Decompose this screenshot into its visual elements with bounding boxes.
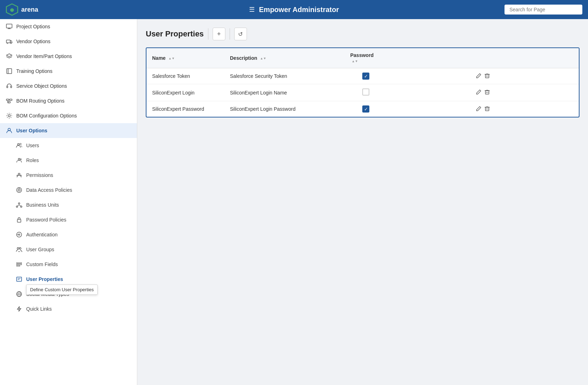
svg-line-35 (17, 205, 19, 206)
svg-marker-53 (17, 306, 21, 311)
cell-name: SiliconExpert Password (146, 101, 224, 117)
users-icon (16, 142, 23, 149)
delete-icon[interactable] (484, 73, 490, 80)
sidebar-item-user-groups[interactable]: User Groups (0, 242, 137, 257)
sidebar-item-business-units[interactable]: Business Units (0, 197, 137, 212)
custom-fields-icon (16, 261, 23, 268)
sidebar-label-roles: Roles (26, 157, 39, 163)
lock-icon (16, 216, 23, 223)
svg-point-7 (7, 43, 8, 44)
page-search-input[interactable] (505, 5, 582, 15)
sidebar-label-quick-links: Quick Links (26, 306, 52, 312)
truck-icon (6, 38, 13, 45)
sidebar-item-service-object[interactable]: Service Object Options (0, 79, 137, 93)
sidebar-label-password-policies: Password Policies (26, 217, 67, 223)
sidebar-item-password-policies[interactable]: Password Policies (0, 212, 137, 227)
sidebar-item-users[interactable]: Users (0, 138, 137, 153)
sidebar-label-authentication: Authentication (26, 232, 58, 237)
svg-line-36 (19, 205, 21, 206)
user-properties-table-container: Name ▲▼ Description ▲▼ Password ▲▼ (146, 47, 580, 117)
page-title: User Properties (146, 29, 204, 39)
edit-icon[interactable] (476, 89, 482, 96)
sidebar-label-bom-routing: BOM Routing Options (16, 98, 64, 104)
main-content: User Properties + ↺ Name ▲▼ (137, 19, 588, 385)
svg-point-8 (11, 43, 12, 44)
delete-icon[interactable] (484, 106, 490, 113)
add-icon: + (217, 30, 221, 38)
header-divider (208, 28, 208, 40)
sidebar-label-project-options: Project Options (16, 24, 50, 29)
sidebar: Project Options Vendor Options Vendor It… (0, 19, 137, 385)
bom-config-icon (6, 112, 13, 119)
sidebar-label-permissions: Permissions (26, 172, 53, 178)
checkbox-checked-icon[interactable]: ✓ (362, 105, 369, 113)
svg-rect-13 (11, 86, 12, 88)
sidebar-item-data-access[interactable]: Data Access Policies (0, 183, 137, 197)
sidebar-label-custom-fields: Custom Fields (26, 262, 58, 267)
user-groups-icon (16, 246, 23, 253)
cell-name: SiliconExpert Login (146, 84, 224, 101)
sidebar-label-user-groups: User Groups (26, 247, 54, 252)
col-header-name: Name ▲▼ (146, 48, 224, 68)
svg-rect-3 (6, 24, 12, 28)
bolt-icon (16, 305, 23, 312)
edit-icon[interactable] (476, 73, 482, 80)
add-button[interactable]: + (213, 28, 225, 40)
user-properties-table: Name ▲▼ Description ▲▼ Password ▲▼ (146, 48, 579, 117)
cell-actions (387, 101, 579, 117)
page-header: User Properties + ↺ (146, 28, 580, 40)
sidebar-label-bom-config: BOM Configuration Options (16, 113, 77, 119)
checkbox-unchecked-icon[interactable] (362, 88, 369, 96)
checkbox-checked-icon[interactable]: ✓ (362, 73, 369, 80)
svg-point-19 (8, 115, 10, 117)
delete-icon[interactable] (484, 89, 490, 96)
sidebar-item-bom-routing[interactable]: BOM Routing Options (0, 93, 137, 108)
sidebar-item-user-properties[interactable]: User Properties Define Custom User Prope… (0, 272, 137, 287)
sidebar-item-project-options[interactable]: Project Options (0, 19, 137, 34)
cell-description: SiliconExpert Login Password (224, 101, 345, 117)
sidebar-item-bom-config[interactable]: BOM Configuration Options (0, 108, 137, 123)
business-icon (16, 201, 23, 208)
sidebar-item-custom-fields[interactable]: Custom Fields (0, 257, 137, 272)
cell-password: ✓ (345, 101, 387, 117)
sort-desc-icon[interactable]: ▲▼ (260, 57, 266, 60)
app-header: arena ☰ Empower Administrator (0, 0, 588, 19)
sidebar-item-training-options[interactable]: Training Options (0, 64, 137, 79)
sidebar-label-service-object: Service Object Options (16, 83, 67, 89)
sidebar-item-permissions[interactable]: Permissions (0, 168, 137, 183)
sidebar-label-users: Users (26, 143, 39, 148)
user-props-icon (16, 276, 23, 283)
sidebar-item-roles[interactable]: Roles (0, 153, 137, 168)
sidebar-label-vendor-item-part: Vendor Item/Part Options (16, 53, 72, 59)
book-icon (6, 68, 13, 75)
sidebar-item-authentication[interactable]: Authentication (0, 227, 137, 242)
sort-password-icon[interactable]: ▲▼ (352, 60, 358, 63)
svg-rect-6 (6, 40, 10, 43)
sort-name-icon[interactable]: ▲▼ (168, 57, 175, 60)
sidebar-item-vendor-item-part[interactable]: Vendor Item/Part Options (0, 49, 137, 64)
refresh-button[interactable]: ↺ (234, 28, 247, 40)
svg-rect-45 (17, 264, 22, 265)
cell-actions (387, 68, 579, 84)
svg-point-42 (19, 248, 21, 249)
col-header-password: Password ▲▼ (345, 48, 387, 68)
sidebar-item-user-options[interactable]: User Options (0, 123, 137, 138)
svg-rect-15 (10, 99, 12, 100)
cell-actions (387, 84, 579, 101)
sidebar-item-vendor-options[interactable]: Vendor Options (0, 34, 137, 49)
svg-rect-58 (485, 91, 489, 94)
app-title: Empower Administrator (259, 6, 339, 14)
sidebar-item-quick-links[interactable]: Quick Links (0, 301, 137, 316)
svg-point-23 (18, 159, 20, 160)
hamburger-icon[interactable]: ☰ (249, 6, 255, 13)
svg-point-26 (21, 175, 22, 176)
brand-name: arena (21, 6, 38, 13)
refresh-icon: ↺ (238, 31, 243, 38)
edit-icon[interactable] (476, 106, 482, 113)
svg-marker-9 (6, 54, 12, 57)
cell-password: ✓ (345, 68, 387, 84)
svg-point-32 (16, 206, 18, 207)
svg-point-39 (18, 234, 20, 235)
main-layout: Project Options Vendor Options Vendor It… (0, 19, 588, 385)
table-row: SiliconExpert PasswordSiliconExpert Logi… (146, 101, 579, 117)
